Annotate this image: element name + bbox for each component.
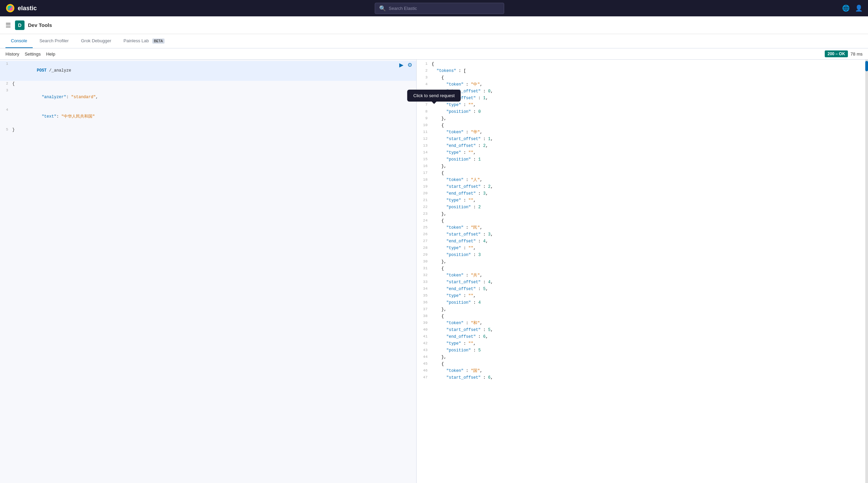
out-line-num: 36	[417, 300, 432, 306]
out-line-num: 41	[417, 334, 432, 341]
status-time: 78 ms	[851, 51, 863, 57]
tab-painless-lab[interactable]: Painless Lab BETA	[118, 34, 170, 48]
val-standard: "standard"	[71, 95, 96, 100]
out-line-content: },	[432, 211, 865, 218]
out-line-num: 43	[417, 347, 432, 354]
output-line: 44 },	[417, 354, 865, 361]
out-line-num: 31	[417, 266, 432, 272]
out-line-num: 12	[417, 136, 432, 143]
output-line: 41 "end_offset" : 6,	[417, 334, 865, 341]
search-bar-area: 🔍 Search Elastic	[37, 3, 842, 14]
out-line-content: {	[432, 313, 865, 320]
output-line: 19 "start_offset" : 2,	[417, 184, 865, 191]
out-line-num: 18	[417, 177, 432, 184]
output-line: 11 "token" : "华",	[417, 129, 865, 136]
output-line: 24 {	[417, 218, 865, 225]
out-line-content: "position" : 4	[432, 300, 865, 306]
output-line: 43 "position" : 5	[417, 347, 865, 354]
out-line-content: {	[432, 61, 865, 68]
editor-panel: 1 POST /_analyze 2 { ▶ ⚙ 3 "analyzer": "…	[0, 60, 417, 483]
out-line-num: 42	[417, 341, 432, 347]
line-num-1: 1	[0, 61, 12, 67]
key-analyzer: "analyzer"	[37, 95, 66, 100]
out-line-content: {	[432, 266, 865, 272]
line-content-5: }	[12, 127, 416, 133]
output-line: 16 },	[417, 163, 865, 170]
out-line-content: "tokens" : [	[432, 68, 865, 75]
out-line-num: 14	[417, 150, 432, 156]
output-line: 29 "position" : 3	[417, 252, 865, 259]
out-line-num: 26	[417, 231, 432, 238]
tab-grok-debugger[interactable]: Grok Debugger	[76, 34, 117, 48]
output-line: 30 },	[417, 259, 865, 266]
output-line: 21 "type" : "",	[417, 197, 865, 204]
out-line-content: "end_offset" : 1,	[432, 95, 865, 102]
search-bar[interactable]: 🔍 Search Elastic	[375, 3, 504, 14]
second-bar: ☰ D Dev Tools	[0, 16, 868, 34]
elastic-logo[interactable]: elastic	[5, 3, 37, 13]
scrollbar-thumb	[865, 61, 868, 71]
val-text-chinese: "中华人民共和国"	[61, 114, 95, 119]
out-line-num: 4	[417, 81, 432, 88]
output-line: 32 "token" : "共",	[417, 272, 865, 279]
out-line-num: 8	[417, 109, 432, 116]
out-line-content: "token" : "国",	[432, 368, 865, 375]
output-line: 28 "type" : "",	[417, 245, 865, 252]
toolbar: History Settings Help 200 – OK 78 ms	[0, 48, 868, 60]
out-line-num: 21	[417, 197, 432, 204]
history-button[interactable]: History	[5, 51, 19, 57]
out-line-content: "token" : "中",	[432, 81, 865, 88]
search-icon: 🔍	[379, 5, 386, 12]
output-line: 2 "tokens" : [	[417, 68, 865, 75]
out-line-content: "token" : "共",	[432, 272, 865, 279]
app-badge: D	[15, 20, 25, 30]
output-line: 38 {	[417, 313, 865, 320]
globe-icon[interactable]: 🌐	[842, 4, 850, 12]
colon-1: :	[66, 95, 71, 100]
output-line: 34 "end_offset" : 5,	[417, 286, 865, 293]
settings-button[interactable]: Settings	[25, 51, 41, 57]
out-line-num: 25	[417, 225, 432, 231]
out-line-num: 28	[417, 245, 432, 252]
output-line: 14 "type" : "",	[417, 150, 865, 156]
output-line: 18 "token" : "人",	[417, 177, 865, 184]
out-line-num: 24	[417, 218, 432, 225]
out-line-content: "start_offset" : 1,	[432, 136, 865, 143]
out-line-content: "end_offset" : 2,	[432, 143, 865, 150]
out-line-content: "end_offset" : 6,	[432, 334, 865, 341]
user-icon[interactable]: 👤	[855, 4, 863, 12]
output-line: 7 "type" : "",	[417, 102, 865, 109]
out-line-num: 16	[417, 163, 432, 170]
output-line: 22 "position" : 2	[417, 204, 865, 211]
output-line: 9 },	[417, 116, 865, 122]
out-line-num: 34	[417, 286, 432, 293]
out-line-num: 33	[417, 279, 432, 286]
line-content-1: POST /_analyze	[12, 61, 416, 81]
run-btn-area: ▶ ⚙	[398, 61, 414, 69]
out-line-content: "end_offset" : 3,	[432, 191, 865, 197]
run-button[interactable]: ▶	[398, 61, 405, 69]
out-line-content: "position" : 2	[432, 204, 865, 211]
out-line-content: {	[432, 361, 865, 368]
right-scrollbar[interactable]	[865, 60, 868, 483]
tab-console[interactable]: Console	[5, 34, 33, 48]
out-line-content: },	[432, 163, 865, 170]
out-line-num: 7	[417, 102, 432, 109]
out-line-num: 44	[417, 354, 432, 361]
editor-content[interactable]: 1 POST /_analyze 2 { ▶ ⚙ 3 "analyzer": "…	[0, 60, 416, 483]
editor-line-1: 1 POST /_analyze	[0, 61, 416, 81]
out-line-num: 17	[417, 170, 432, 177]
help-button[interactable]: Help	[46, 51, 55, 57]
elastic-logo-text: elastic	[18, 5, 37, 12]
out-line-num: 23	[417, 211, 432, 218]
output-line: 8 "position" : 0	[417, 109, 865, 116]
hamburger-button[interactable]: ☰	[5, 21, 11, 29]
main-content: Click to send request 1 POST /_analyze 2…	[0, 60, 868, 483]
output-line: 31 {	[417, 266, 865, 272]
tools-button[interactable]: ⚙	[406, 61, 414, 69]
tab-search-profiler[interactable]: Search Profiler	[34, 34, 74, 48]
line-content-2: {	[12, 81, 416, 87]
output-content[interactable]: 1{2 "tokens" : [3 {4 "token" : "中",5 "st…	[417, 60, 865, 483]
out-line-content: },	[432, 116, 865, 122]
comma-1: ,	[96, 95, 98, 100]
